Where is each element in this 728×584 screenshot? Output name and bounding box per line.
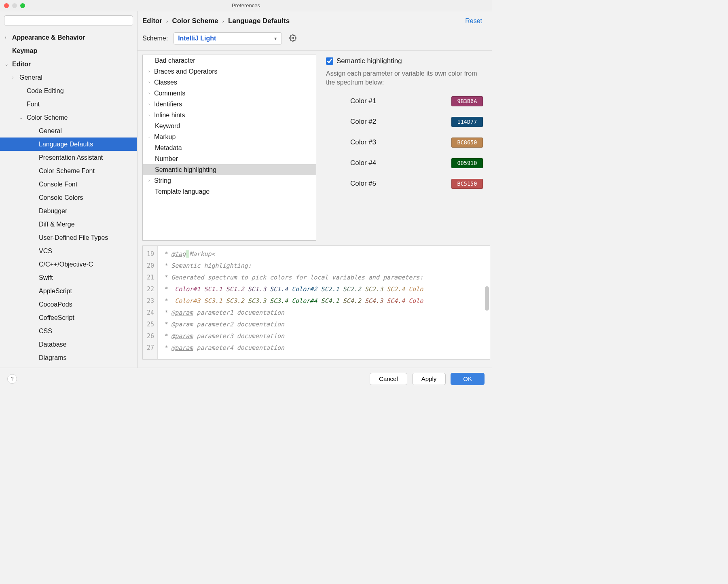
category-label: String xyxy=(154,177,171,184)
line-number-gutter: 192021222324252627 xyxy=(143,246,158,359)
category-label: Markup xyxy=(154,133,176,141)
line-number: 20 xyxy=(147,260,154,272)
scrollbar[interactable] xyxy=(485,286,489,311)
tree-item-label: AppleScript xyxy=(39,288,72,295)
color-swatch[interactable]: 005910 xyxy=(451,158,483,168)
category-label: Inline hints xyxy=(154,112,185,119)
color-row: Color #4005910 xyxy=(326,157,483,177)
tree-item[interactable]: Debugger xyxy=(0,204,137,218)
tree-item[interactable]: VCS xyxy=(0,244,137,258)
color-swatch[interactable]: 9B3B6A xyxy=(451,96,483,106)
category-label: Number xyxy=(155,155,178,163)
category-item[interactable]: ›String xyxy=(143,175,316,186)
category-item[interactable]: ›Classes xyxy=(143,77,316,88)
color-row: Color #19B3B6A xyxy=(326,95,483,115)
tree-item-label: Appearance & Behavior xyxy=(12,34,85,41)
tree-item[interactable]: Database xyxy=(0,338,137,351)
scheme-value: IntelliJ Light xyxy=(178,35,216,42)
cancel-button[interactable]: Cancel xyxy=(370,373,407,385)
scheme-dropdown[interactable]: IntelliJ Light ▼ xyxy=(174,32,282,44)
chevron-right-icon: › xyxy=(148,135,154,139)
breadcrumb-0[interactable]: Editor xyxy=(142,17,162,25)
tree-item[interactable]: CSS xyxy=(0,324,137,338)
category-item[interactable]: Number xyxy=(143,153,316,164)
category-item[interactable]: Keyword xyxy=(143,121,316,131)
code-preview[interactable]: 192021222324252627 * @tag Markup< * Sema… xyxy=(142,245,490,360)
semantic-highlighting-checkbox[interactable] xyxy=(326,57,333,65)
code-lines: * @tag Markup< * Semantic highlighting: … xyxy=(158,246,423,359)
category-item[interactable]: ›Braces and Operators xyxy=(143,66,316,77)
ok-button[interactable]: OK xyxy=(451,373,485,385)
color-swatch[interactable]: BC8650 xyxy=(451,138,483,148)
tree-item[interactable]: Diff & Merge xyxy=(0,218,137,231)
tree-item[interactable]: ⌄Color Scheme xyxy=(0,111,137,124)
tree-item[interactable]: CocoaPods xyxy=(0,298,137,311)
chevron-right-icon: › xyxy=(12,75,17,80)
category-item[interactable]: Semantic highlighting xyxy=(143,164,316,175)
color-swatch[interactable]: 114D77 xyxy=(451,117,483,127)
maximize-window-button[interactable] xyxy=(20,3,25,8)
category-list[interactable]: Bad character›Braces and Operators›Class… xyxy=(142,55,316,241)
color-label: Color #2 xyxy=(350,118,376,126)
color-label: Color #3 xyxy=(350,138,376,146)
tree-item-label: General xyxy=(39,127,62,135)
category-label: Template language xyxy=(155,188,210,195)
tree-item[interactable]: ⌄Editor xyxy=(0,57,137,71)
category-item[interactable]: ›Inline hints xyxy=(143,110,316,121)
line-number: 24 xyxy=(147,307,154,319)
tree-item-label: Code Editing xyxy=(27,87,64,95)
tree-item[interactable]: General xyxy=(0,124,137,138)
category-label: Braces and Operators xyxy=(154,68,218,75)
tree-item-label: User-Defined File Types xyxy=(39,234,108,241)
search-input[interactable] xyxy=(4,15,133,26)
color-swatch[interactable]: BC5150 xyxy=(451,179,483,189)
tree-item-label: CoffeeScript xyxy=(39,314,74,322)
tree-item[interactable]: Diagrams xyxy=(0,351,137,364)
category-item[interactable]: ›Identifiers xyxy=(143,99,316,110)
tree-item[interactable]: ›General xyxy=(0,71,137,84)
breadcrumb: Editor › Color Scheme › Language Default… xyxy=(142,17,290,25)
category-item[interactable]: ›Comments xyxy=(143,88,316,99)
category-item[interactable]: Bad character xyxy=(143,55,316,66)
button-bar: ? Cancel Apply OK xyxy=(0,368,492,389)
category-item[interactable]: Template language xyxy=(143,186,316,197)
tree-item[interactable]: Keymap xyxy=(0,44,137,57)
tree-item[interactable]: Console Font xyxy=(0,178,137,191)
color-label: Color #1 xyxy=(350,97,376,105)
tree-item-label: Language Defaults xyxy=(39,141,93,148)
tree-item-label: Diff & Merge xyxy=(39,221,75,228)
semantic-description: Assign each parameter or variable its ow… xyxy=(326,69,483,87)
chevron-right-icon: › xyxy=(148,91,154,95)
category-label: Comments xyxy=(154,90,185,97)
tree-item[interactable]: CoffeeScript xyxy=(0,311,137,324)
minimize-window-button[interactable] xyxy=(12,3,17,8)
category-label: Keyword xyxy=(155,123,180,130)
tree-item[interactable]: Console Colors xyxy=(0,191,137,204)
tree-item[interactable]: Swift xyxy=(0,271,137,284)
close-window-button[interactable] xyxy=(4,3,9,8)
sidebar: 🔍 ›Appearance & BehaviorKeymap⌄Editor›Ge… xyxy=(0,11,138,368)
tree-item[interactable]: Presentation Assistant xyxy=(0,151,137,164)
breadcrumb-1[interactable]: Color Scheme xyxy=(172,17,218,25)
tree-item[interactable]: AppleScript xyxy=(0,284,137,298)
tree-item[interactable]: Color Scheme Font xyxy=(0,164,137,178)
tree-item[interactable]: Code Editing xyxy=(0,84,137,97)
chevron-down-icon: ⌄ xyxy=(5,62,10,66)
category-label: Classes xyxy=(154,79,177,86)
gear-icon[interactable] xyxy=(288,33,298,44)
scheme-label: Scheme: xyxy=(142,35,168,42)
tree-item[interactable]: User-Defined File Types xyxy=(0,231,137,244)
preferences-tree[interactable]: ›Appearance & BehaviorKeymap⌄Editor›Gene… xyxy=(0,29,137,368)
tree-item[interactable]: C/C++/Objective-C xyxy=(0,258,137,271)
reset-link[interactable]: Reset xyxy=(465,17,482,25)
apply-button[interactable]: Apply xyxy=(412,373,446,385)
help-button[interactable]: ? xyxy=(7,374,17,384)
tree-item-label: CSS xyxy=(39,328,52,335)
tree-item-label: VCS xyxy=(39,248,52,255)
tree-item[interactable]: Font xyxy=(0,97,137,111)
category-item[interactable]: Metadata xyxy=(143,142,316,153)
tree-item[interactable]: Language Defaults xyxy=(0,138,137,151)
category-item[interactable]: ›Markup xyxy=(143,131,316,142)
tree-item-label: Color Scheme Font xyxy=(39,167,95,175)
tree-item[interactable]: ›Appearance & Behavior xyxy=(0,31,137,44)
